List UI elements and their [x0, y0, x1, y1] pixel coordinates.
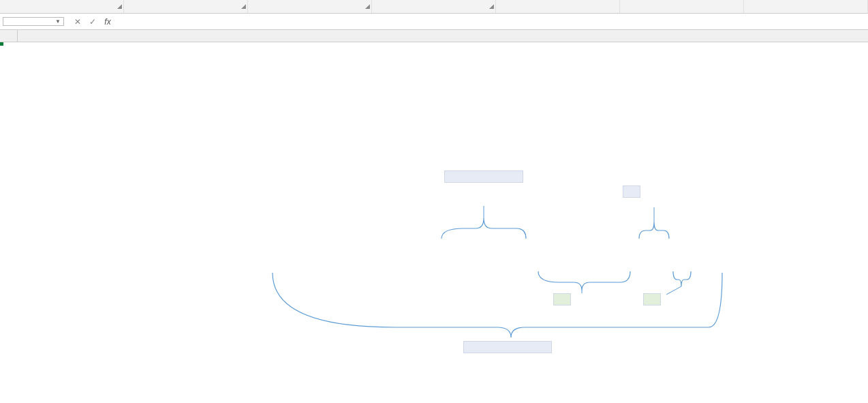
- fill-handle[interactable]: [0, 42, 3, 46]
- cancel-icon[interactable]: ✕: [72, 17, 83, 27]
- ribbon-group-alignment[interactable]: ◢: [248, 0, 372, 13]
- name-box[interactable]: ▼: [3, 17, 64, 26]
- selection-outline: [0, 42, 3, 45]
- label-row-param: [444, 170, 523, 183]
- launcher-icon[interactable]: ◢: [489, 0, 494, 12]
- brace-connectors: [259, 191, 749, 382]
- label-range: [553, 293, 571, 305]
- launcher-icon[interactable]: ◢: [241, 0, 246, 12]
- formula-bar: ▼ ✕ ✓ fx: [0, 14, 868, 30]
- formula-diagram: [259, 191, 749, 382]
- chevron-down-icon[interactable]: ▼: [55, 18, 61, 25]
- formula-input[interactable]: [119, 20, 868, 23]
- ribbon-group-number[interactable]: ◢: [372, 0, 496, 13]
- label-col-index: [623, 185, 640, 198]
- svg-line-3: [666, 286, 681, 295]
- ribbon-group-editing[interactable]: [744, 0, 868, 13]
- label-iferror: [463, 341, 552, 353]
- select-all-corner[interactable]: [0, 30, 18, 42]
- ribbon-groups: ◢ ◢ ◢ ◢: [0, 0, 868, 14]
- ribbon-group-clipboard[interactable]: ◢: [0, 0, 124, 13]
- label-exact: [643, 293, 661, 305]
- launcher-icon[interactable]: ◢: [117, 0, 122, 12]
- fx-icon[interactable]: fx: [102, 17, 113, 27]
- ribbon-group-cells[interactable]: [620, 0, 744, 13]
- spreadsheet-grid[interactable]: [0, 30, 868, 42]
- ribbon-group-styles[interactable]: [496, 0, 620, 13]
- ribbon-group-font[interactable]: ◢: [124, 0, 248, 13]
- launcher-icon[interactable]: ◢: [365, 0, 370, 12]
- enter-icon[interactable]: ✓: [87, 17, 98, 27]
